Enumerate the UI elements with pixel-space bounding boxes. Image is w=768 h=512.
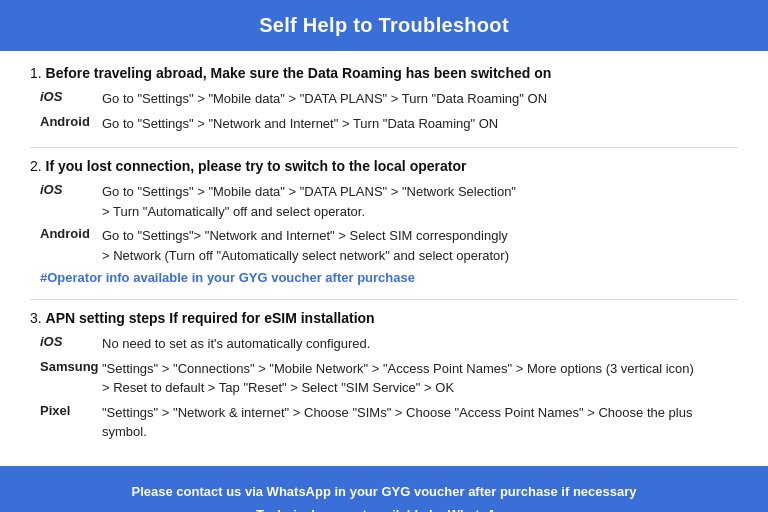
ios-text-1: Go to "Settings" > "Mobile data" > "DATA…: [102, 89, 547, 109]
ios-text-3: No need to set as it's automatically con…: [102, 334, 370, 354]
footer-line-1: Please contact us via WhatsApp in your G…: [20, 480, 748, 503]
footer-line-2: Technical support available by WhatsApp: [20, 503, 748, 512]
ios-continuation-2: > Turn "Automatically" off and select op…: [40, 202, 738, 222]
section-2-title: 2. If you lost connection, please try to…: [30, 158, 738, 174]
section-1-android-row: Android Go to "Settings" > "Network and …: [30, 114, 738, 134]
android-continuation-2: > Network (Turn off "Automatically selec…: [40, 246, 738, 266]
section-2-ios-row: iOS Go to "Settings" > "Mobile data" > "…: [30, 182, 738, 221]
samsung-text: "Settings" > "Connections" > "Mobile Net…: [102, 359, 694, 379]
page-header: Self Help to Troubleshoot: [0, 0, 768, 51]
ios-label-2: iOS: [40, 182, 102, 197]
android-text-2: Go to "Settings"> "Network and Internet"…: [102, 226, 508, 246]
section-1-title: 1. Before traveling abroad, Make sure th…: [30, 65, 738, 81]
section-3-samsung-row: Samsung "Settings" > "Connections" > "Mo…: [30, 359, 738, 398]
main-content: 1. Before traveling abroad, Make sure th…: [0, 51, 768, 466]
samsung-label: Samsung: [40, 359, 102, 374]
android-label-2: Android: [40, 226, 102, 241]
section-1: 1. Before traveling abroad, Make sure th…: [30, 65, 738, 133]
divider-2: [30, 299, 738, 300]
pixel-label: Pixel: [40, 403, 102, 418]
ios-text-2: Go to "Settings" > "Mobile data" > "DATA…: [102, 182, 516, 202]
android-label-1: Android: [40, 114, 102, 129]
section-3-ios-row: iOS No need to set as it's automatically…: [30, 334, 738, 354]
ios-label-1: iOS: [40, 89, 102, 104]
section-3-title: 3. APN setting steps If required for eSI…: [30, 310, 738, 326]
pixel-text: "Settings" > "Network & internet" > Choo…: [102, 403, 738, 442]
samsung-continuation: > Reset to default > Tap "Reset" > Selec…: [40, 378, 738, 398]
section-1-ios-row: iOS Go to "Settings" > "Mobile data" > "…: [30, 89, 738, 109]
ios-label-3: iOS: [40, 334, 102, 349]
highlight-link: #Operator info available in your GYG vou…: [30, 270, 738, 285]
section-3-pixel-row: Pixel "Settings" > "Network & internet" …: [30, 403, 738, 442]
page-footer: Please contact us via WhatsApp in your G…: [0, 466, 768, 513]
section-3: 3. APN setting steps If required for eSI…: [30, 310, 738, 442]
section-2: 2. If you lost connection, please try to…: [30, 158, 738, 285]
section-2-android-row: Android Go to "Settings"> "Network and I…: [30, 226, 738, 265]
page-title: Self Help to Troubleshoot: [20, 14, 748, 37]
android-text-1: Go to "Settings" > "Network and Internet…: [102, 114, 498, 134]
divider-1: [30, 147, 738, 148]
